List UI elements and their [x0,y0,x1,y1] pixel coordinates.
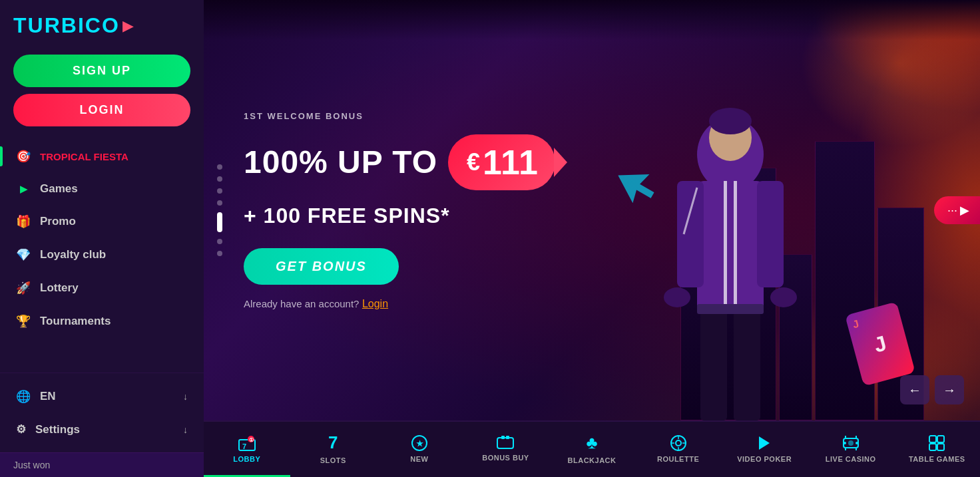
svg-point-34 [856,442,858,444]
sidebar-item-language[interactable]: 🌐 EN ↓ [0,380,204,413]
svg-text:①: ① [249,437,254,443]
more-button[interactable]: ··· ▶ [934,196,980,224]
slide-dot-4[interactable] [217,200,222,206]
sidebar-item-label: Promo [40,215,76,228]
sidebar-item-promo[interactable]: 🎁 Promo [0,205,204,238]
svg-rect-23 [506,436,509,439]
tab-blackjack[interactable]: ♣ BLACKJACK [549,422,635,477]
lobby-icon: 7 ① [238,434,256,452]
slide-dot-2[interactable] [217,176,222,182]
settings-label: Settings [35,423,80,436]
promo-icon: 🎁 [16,214,31,229]
tropical-fiesta-icon: 🎯 [16,149,31,164]
tab-live-casino[interactable]: LIVE CASINO [808,422,894,477]
login-button[interactable]: LOGIN [13,94,190,126]
tab-video-poker-label: VIDEO POKER [737,455,792,463]
tab-table-games[interactable]: TABLE GAMES [894,422,981,477]
hero-content: 1ST WELCOME BONUS 100% UP TO € 111 + 100… [204,84,595,337]
chevron-down-icon: ↓ [183,424,188,435]
sidebar-item-label: Tournaments [40,315,111,328]
sidebar-item-tournaments[interactable]: 🏆 Tournaments [0,305,204,338]
svg-point-11 [664,287,690,307]
sidebar-item-games[interactable]: ▶ Games [0,173,204,205]
bonus-prefix: 100% UP TO [244,144,437,180]
logo-arrow-icon: ▶ [122,17,134,35]
slide-indicators [217,164,222,256]
svg-text:★: ★ [416,439,423,448]
slide-dot-3[interactable] [217,188,222,194]
tab-video-poker[interactable]: VIDEO POKER [721,422,808,477]
hero-character [614,0,847,420]
character-svg [637,101,824,420]
tab-slots[interactable]: 7 SLOTS [290,422,377,477]
tab-bonus-buy-label: BONUS BUY [482,454,529,462]
hero-banner: J J 1ST WELCOME BONUS 100% UP TO [204,0,980,420]
tournaments-icon: 🏆 [16,314,31,329]
sidebar-item-lottery[interactable]: 🚀 Lottery [0,271,204,305]
slide-dot-7[interactable] [217,251,222,256]
bonus-amount: 111 [483,142,537,182]
svg-rect-4 [677,181,704,287]
svg-rect-22 [501,436,505,439]
svg-point-33 [844,442,846,444]
video-poker-icon [756,434,773,452]
tab-slots-label: SLOTS [320,456,346,464]
svg-point-2 [709,108,752,134]
svg-rect-21 [497,438,513,448]
tab-lobby[interactable]: 7 ① LOBBY [204,422,290,477]
just-won-bar: Just won [0,452,204,477]
get-bonus-button[interactable]: GET BONUS [244,248,399,285]
tab-roulette-label: ROULETTE [657,455,699,463]
sidebar-item-label: Loyalty club [40,248,106,261]
svg-rect-3 [697,181,764,314]
more-dots: ··· [947,204,957,218]
slide-navigation: ← → [900,375,964,404]
loyalty-icon: 💎 [16,247,31,262]
tab-lobby-label: LOBBY [233,455,260,463]
prev-slide-button[interactable]: ← [900,375,929,404]
slots-icon: 7 [328,432,338,453]
tab-new-label: NEW [410,455,428,463]
svg-rect-6 [724,181,727,314]
svg-marker-30 [759,436,770,450]
just-won-label: Just won [13,460,50,470]
nav-bottom: 🌐 EN ↓ ⚙ Settings ↓ [0,373,204,452]
tab-live-casino-label: LIVE CASINO [826,455,876,463]
slide-dot-1[interactable] [217,164,222,170]
sidebar-item-label: Lottery [40,281,79,295]
lottery-icon: 🚀 [16,281,31,295]
slide-dot-6[interactable] [217,239,222,244]
sidebar-item-label: Games [40,182,78,196]
svg-rect-7 [734,181,737,314]
signup-button[interactable]: SIGN UP [13,55,190,87]
svg-point-12 [770,287,797,307]
tab-roulette[interactable]: ROULETTE [635,422,722,477]
svg-rect-36 [937,436,944,442]
settings-icon: ⚙ [16,422,26,436]
svg-rect-8 [700,307,727,420]
live-casino-icon [842,434,859,452]
free-spins-text: + 100 FREE SPINS* [244,204,555,228]
logo-text: TURBICO [13,13,120,38]
sidebar-item-settings[interactable]: ⚙ Settings ↓ [0,413,204,446]
roulette-icon [670,434,687,452]
sidebar-item-loyalty-club[interactable]: 💎 Loyalty club [0,238,204,271]
bonus-buy-icon [496,436,515,450]
svg-rect-38 [937,444,944,450]
logo-area: TURBICO ▶ [0,0,204,48]
language-label: EN [40,390,56,403]
login-link[interactable]: Login [362,298,388,309]
svg-text:7: 7 [242,442,246,450]
main-content: J J 1ST WELCOME BONUS 100% UP TO [204,0,980,477]
slide-dot-5[interactable] [217,212,222,232]
next-slide-button[interactable]: → [935,375,964,404]
sidebar-item-tropical-fiesta[interactable]: 🎯 TROPICAL FIESTA [0,140,204,173]
tab-blackjack-label: BLACKJACK [568,456,616,464]
account-row: Already have an account? Login [244,298,555,310]
games-icon: ▶ [16,184,31,194]
svg-rect-37 [929,444,936,450]
tab-bonus-buy[interactable]: BONUS BUY [463,422,549,477]
tab-new[interactable]: ★ NEW [376,422,463,477]
svg-point-25 [676,440,681,446]
svg-rect-9 [734,307,760,420]
